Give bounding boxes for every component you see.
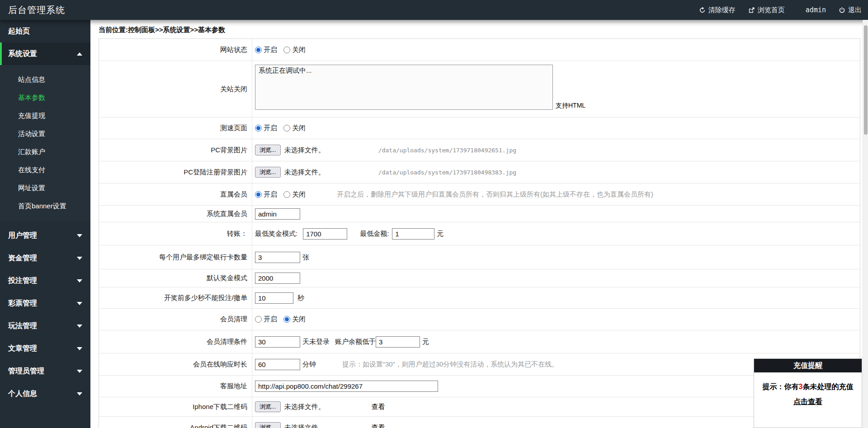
field-label: 默认奖金模式	[99, 269, 252, 287]
speed-page-off-radio[interactable]	[283, 125, 290, 132]
field-label: Android下载二维码	[99, 417, 252, 428]
max-bank-cards-input[interactable]	[255, 252, 300, 263]
no-file-text: 未选择文件。	[284, 168, 325, 177]
sidebar-item-personal-info[interactable]: 个人信息	[0, 382, 90, 405]
sidebar-subitem-activity[interactable]: 活动设置	[0, 125, 90, 143]
logout-button[interactable]: 退出	[839, 6, 862, 14]
cleanup-balance-input[interactable]	[376, 336, 420, 348]
row-speed-page: 测速页面 开启 关闭	[99, 118, 860, 139]
browse-file-button[interactable]: 浏览...	[255, 145, 281, 155]
sidebar-item-fund-mgmt[interactable]: 资金管理	[0, 247, 90, 269]
direct-member-on-option[interactable]: 开启	[255, 190, 277, 199]
speed-page-on-option[interactable]: 开启	[255, 124, 277, 132]
field-label: PC背景图片	[99, 139, 252, 161]
popup-message-suffix: 条未处理的充值	[802, 383, 853, 390]
sidebar-item-user-mgmt[interactable]: 用户管理	[0, 224, 90, 247]
field-label: 直属会员	[99, 183, 252, 205]
sidebar-subitem-basic-params[interactable]: 基本参数	[0, 89, 90, 107]
sidebar-play-mgmt-label: 玩法管理	[8, 321, 37, 331]
scrollbar-thumb[interactable]	[864, 25, 868, 135]
browse-home-button[interactable]: 浏览首页	[748, 6, 785, 14]
sidebar-item-bet-mgmt[interactable]: 投注管理	[0, 269, 90, 292]
row-cleanup-condition: 会员清理条件 天未登录 账户余额低于 元	[99, 330, 860, 353]
online-timeout-input[interactable]	[255, 359, 300, 370]
radio-label: 开启	[264, 124, 277, 132]
row-pc-login-background: PC登陆注册背景图片 浏览... 未选择文件。 /data/uploads/sy…	[99, 161, 860, 183]
field-label: PC登陆注册背景图片	[99, 161, 252, 183]
site-status-off-radio[interactable]	[283, 47, 290, 53]
min-bonus-label: 最低奖金模式:	[255, 230, 297, 238]
clear-cache-label: 清除缓存	[708, 6, 736, 14]
row-max-bank-cards: 每个用户最多绑定银行卡数量 张	[99, 245, 860, 269]
sidebar-fund-mgmt-label: 资金管理	[8, 254, 37, 263]
row-direct-member: 直属会员 开启 关闭 开启之后，删除用户其下级用户归直属会员所有，否则归其上级所…	[99, 183, 860, 206]
unit-label: 元	[437, 230, 443, 238]
field-label: 会员清理	[99, 309, 252, 330]
field-label: 网站状态	[99, 39, 252, 61]
service-url-input[interactable]	[255, 381, 438, 392]
radio-label: 开启	[264, 315, 277, 324]
system-settings-submenu: 站点信息 基本参数 充值提现 活动设置 汇款账户 在线支付 网址设置 首页ban…	[0, 65, 90, 221]
sidebar-personal-info-label: 个人信息	[8, 389, 37, 399]
site-status-off-option[interactable]: 关闭	[283, 46, 306, 54]
view-qr-link[interactable]: 查看	[372, 403, 385, 411]
member-cleanup-off-radio[interactable]	[283, 316, 290, 323]
sidebar-article-mgmt-label: 文章管理	[8, 344, 37, 353]
sidebar-subitem-url-settings[interactable]: 网址设置	[0, 179, 90, 197]
sidebar-subitem-online-pay[interactable]: 在线支付	[0, 161, 90, 179]
field-label: 系统直属会员	[99, 206, 252, 222]
shutdown-notice-textarea[interactable]: 系统正在调试中...	[255, 65, 553, 110]
sidebar-item-article-mgmt[interactable]: 文章管理	[0, 337, 90, 360]
speed-page-on-radio[interactable]	[255, 125, 262, 132]
sidebar-item-home[interactable]: 起始页	[0, 20, 90, 42]
browse-file-button[interactable]: 浏览...	[255, 167, 281, 178]
direct-member-off-radio[interactable]	[283, 191, 290, 198]
default-bonus-input[interactable]	[255, 273, 300, 284]
row-service-url: 客服地址	[99, 376, 860, 397]
member-cleanup-on-option[interactable]: 开启	[255, 315, 277, 324]
browse-file-button[interactable]: 浏览...	[255, 422, 281, 428]
view-qr-link[interactable]: 查看	[372, 423, 385, 428]
cleanup-days-input[interactable]	[255, 336, 300, 348]
direct-member-off-option[interactable]: 关闭	[283, 190, 306, 199]
site-status-on-radio[interactable]	[255, 47, 262, 53]
external-link-icon	[748, 7, 755, 14]
row-system-direct-member: 系统直属会员	[99, 206, 860, 222]
logout-label: 退出	[848, 6, 862, 14]
sidebar-item-lottery-mgmt[interactable]: 彩票管理	[0, 292, 90, 315]
radio-label: 关闭	[292, 124, 306, 132]
direct-member-on-radio[interactable]	[255, 191, 262, 198]
speed-page-off-option[interactable]: 关闭	[283, 124, 306, 132]
current-user: admin	[806, 6, 826, 14]
sidebar-subitem-remit-account[interactable]: 汇款账户	[0, 143, 90, 161]
chevron-down-icon	[77, 370, 82, 373]
chevron-down-icon	[77, 257, 82, 260]
chevron-down-icon	[77, 302, 82, 305]
sidebar-subitem-recharge-withdraw[interactable]: 充值提现	[0, 107, 90, 125]
view-recharges-link[interactable]: 点击查看	[793, 397, 822, 407]
field-label: Iphone下载二维码	[99, 397, 252, 416]
sidebar-subitem-site-info[interactable]: 站点信息	[0, 71, 90, 89]
no-file-text: 未选择文件。	[284, 146, 325, 155]
sidebar-subitem-banner-settings[interactable]: 首页banner设置	[0, 197, 90, 215]
breadcrumb: 当前位置:控制面板>>系统设置>>基本参数	[99, 26, 863, 34]
sidebar-item-admin-mgmt[interactable]: 管理员管理	[0, 360, 90, 382]
main-scrollbar[interactable]	[863, 20, 868, 428]
member-cleanup-off-option[interactable]: 关闭	[283, 315, 306, 324]
no-file-text: 未选择文件。	[284, 403, 325, 411]
settings-form: 网站状态 开启 关闭 关站关闭 系统正在调试中... 支持HTML 测速页面	[99, 38, 860, 428]
member-cleanup-on-radio[interactable]	[255, 316, 262, 323]
row-transfer: 转账： 最低奖金模式: 最低金额: 元	[99, 222, 860, 245]
system-direct-member-input[interactable]	[255, 208, 300, 220]
field-label: 客服地址	[99, 376, 252, 397]
row-default-bonus: 默认奖金模式	[99, 269, 860, 287]
clear-cache-button[interactable]: 清除缓存	[699, 6, 736, 14]
min-bonus-input[interactable]	[303, 228, 347, 240]
browse-file-button[interactable]: 浏览...	[255, 401, 281, 412]
sidebar-item-system-settings[interactable]: 系统设置	[0, 42, 90, 65]
bet-cutoff-input[interactable]	[255, 292, 293, 304]
min-amount-input[interactable]	[392, 228, 434, 240]
sidebar-item-play-mgmt[interactable]: 玩法管理	[0, 315, 90, 337]
row-pc-background: PC背景图片 浏览... 未选择文件。 /data/uploads/system…	[99, 139, 860, 161]
site-status-on-option[interactable]: 开启	[255, 46, 277, 54]
